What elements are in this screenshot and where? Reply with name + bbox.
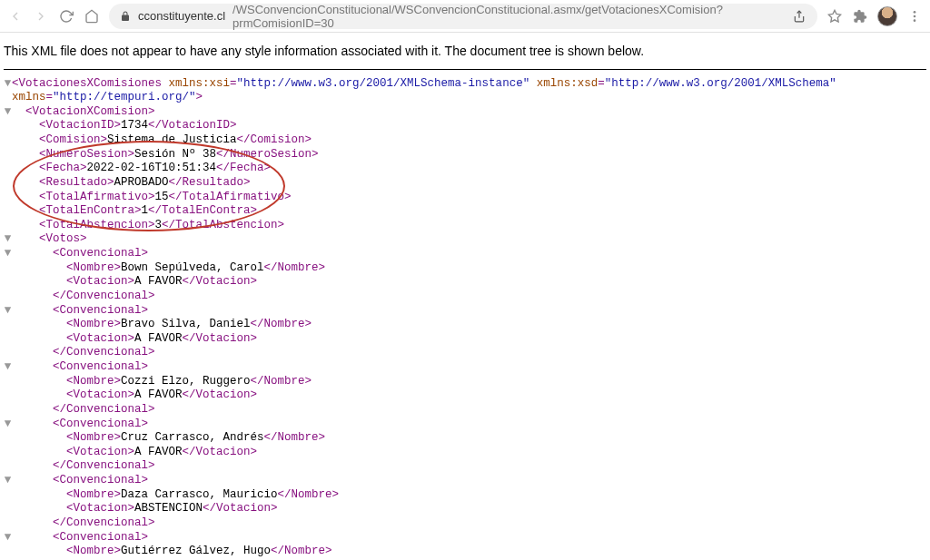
nav-forward-icon[interactable] bbox=[33, 8, 49, 25]
xml-line[interactable]: ▼ <Convencional> bbox=[4, 418, 926, 432]
xml-line[interactable]: <Nombre>Gutiérrez Gálvez, Hugo</Nombre> bbox=[4, 545, 926, 559]
xml-line[interactable]: ▼ <Votos> bbox=[4, 232, 926, 247]
xml-banner: This XML file does not appear to have an… bbox=[4, 36, 926, 70]
xml-line[interactable]: ▼ <Convencional> bbox=[4, 360, 926, 375]
share-icon[interactable] bbox=[791, 8, 806, 25]
xml-line[interactable]: ▼ <Convencional> bbox=[4, 247, 926, 261]
svg-point-2 bbox=[914, 11, 916, 14]
kebab-menu-icon[interactable] bbox=[906, 8, 923, 25]
xml-line[interactable]: <TotalAfirmativo>15</TotalAfirmativo> bbox=[4, 191, 926, 205]
svg-marker-1 bbox=[828, 10, 840, 22]
xml-line[interactable]: ▼<VotacionesXComisiones xmlns:xsi="http:… bbox=[4, 77, 926, 92]
xml-line[interactable]: <TotalAbstencion>3</TotalAbstencion> bbox=[4, 219, 926, 233]
xml-line[interactable]: <Fecha>2022-02-16T10:51:34</Fecha> bbox=[4, 162, 926, 176]
xml-line[interactable]: <Votacion>A FAVOR</Votacion> bbox=[4, 446, 926, 460]
xml-line[interactable]: <NumeroSesion>Sesión Nº 38</NumeroSesion… bbox=[4, 148, 926, 162]
browser-toolbar: cconstituyente.cl/WSConvencionConstituci… bbox=[0, 0, 930, 33]
xml-line[interactable]: </Convencional> bbox=[4, 290, 926, 304]
xml-viewer: This XML file does not appear to have an… bbox=[0, 33, 930, 560]
xml-line[interactable]: <Votacion>A FAVOR</Votacion> bbox=[4, 275, 926, 290]
xml-line[interactable]: </Convencional> bbox=[4, 516, 926, 531]
reload-icon[interactable] bbox=[58, 8, 74, 25]
xml-line[interactable]: <TotalEnContra>1</TotalEnContra> bbox=[4, 204, 926, 219]
url-path: /WSConvencionConstitucional/WSConvencion… bbox=[232, 3, 777, 30]
url-host: cconstituyente.cl bbox=[138, 9, 225, 23]
xml-line[interactable]: <Nombre>Daza Carrasco, Mauricio</Nombre> bbox=[4, 488, 926, 503]
lock-icon bbox=[120, 11, 131, 22]
address-bar[interactable]: cconstituyente.cl/WSConvencionConstituci… bbox=[109, 4, 817, 29]
bookmark-star-icon[interactable] bbox=[826, 8, 843, 25]
xml-line[interactable]: </Convencional> bbox=[4, 459, 926, 474]
svg-point-4 bbox=[914, 19, 916, 22]
extensions-icon[interactable] bbox=[852, 8, 868, 25]
home-icon[interactable] bbox=[84, 8, 100, 25]
xml-line[interactable]: ▼ <Convencional> bbox=[4, 474, 926, 488]
xml-line[interactable]: <Comision>Sistema de Justicia</Comision> bbox=[4, 133, 926, 148]
xml-line[interactable]: <Votacion>ABSTENCION</Votacion> bbox=[4, 502, 926, 516]
xml-line[interactable]: ▼ <Convencional> bbox=[4, 531, 926, 545]
xml-line[interactable]: <Nombre>Bravo Silva, Daniel</Nombre> bbox=[4, 318, 926, 332]
xml-line[interactable]: <Nombre>Bown Sepúlveda, Carol</Nombre> bbox=[4, 261, 926, 276]
xml-line[interactable]: xmlns="http://tempuri.org/"> bbox=[4, 91, 926, 105]
profile-avatar[interactable] bbox=[877, 6, 897, 26]
xml-line[interactable]: <Votacion>A FAVOR</Votacion> bbox=[4, 388, 926, 403]
xml-line[interactable]: <Nombre>Cruz Carrasco, Andrés</Nombre> bbox=[4, 431, 926, 446]
xml-line[interactable]: ▼ <Convencional> bbox=[4, 304, 926, 319]
xml-line[interactable]: </Convencional> bbox=[4, 403, 926, 418]
nav-back-icon[interactable] bbox=[7, 8, 24, 25]
xml-line[interactable]: <Nombre>Cozzi Elzo, Ruggero</Nombre> bbox=[4, 375, 926, 389]
xml-line[interactable]: ▼ <VotacionXComision> bbox=[4, 105, 926, 120]
xml-line[interactable]: </Convencional> bbox=[4, 346, 926, 360]
xml-line[interactable]: <Votacion>A FAVOR</Votacion> bbox=[4, 332, 926, 347]
xml-line[interactable]: <VotacionID>1734</VotacionID> bbox=[4, 119, 926, 133]
xml-tree[interactable]: ▼<VotacionesXComisiones xmlns:xsi="http:… bbox=[4, 77, 926, 561]
xml-line[interactable]: <Resultado>APROBADO</Resultado> bbox=[4, 176, 926, 191]
svg-point-3 bbox=[914, 15, 916, 17]
